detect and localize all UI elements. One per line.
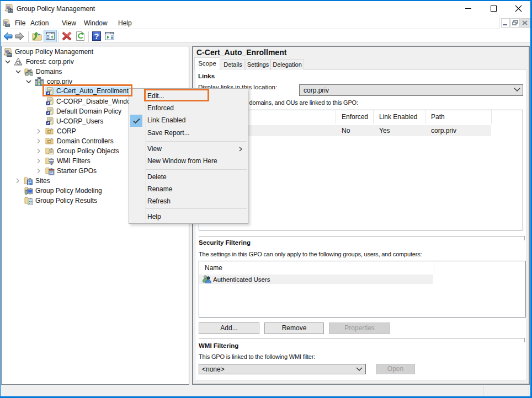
svg-text:?: ?	[94, 32, 99, 41]
